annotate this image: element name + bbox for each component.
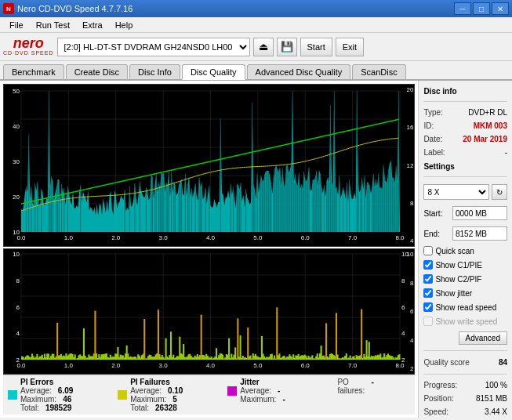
divider-3 — [423, 350, 507, 351]
menu-extra[interactable]: Extra — [76, 19, 109, 31]
maximize-button[interactable]: □ — [473, 2, 490, 15]
pi-errors-stat: PI Errors Average: 6.09 Maximum: 46 Tota… — [8, 378, 102, 412]
exit-button[interactable]: Exit — [336, 38, 364, 56]
progress-value: 100 % — [485, 381, 507, 389]
refresh-button[interactable]: ↻ — [492, 184, 507, 200]
quality-score-row: Quality score 84 — [423, 358, 507, 367]
show-read-speed-label: Show read speed — [435, 303, 496, 312]
drive-select[interactable]: [2:0] HL-DT-ST DVDRAM GH24NSD0 LH00 — [57, 38, 250, 56]
menu-run-test[interactable]: Run Test — [30, 19, 76, 31]
divider-1 — [423, 101, 507, 102]
tab-disc-quality[interactable]: Disc Quality — [182, 64, 245, 80]
jitter-avg: - — [278, 386, 317, 395]
divider-4 — [423, 374, 507, 375]
speed-row: Speed: 3.44 X — [423, 407, 507, 416]
start-label: Start: — [423, 209, 449, 218]
end-label: End: — [423, 230, 449, 238]
show-jitter-checkbox[interactable] — [423, 288, 433, 298]
settings-title: Settings — [423, 162, 507, 171]
type-value: DVD+R DL — [468, 108, 507, 117]
position-label: Position: — [423, 394, 453, 403]
nero-logo: nero CD·DVD SPEED — [3, 36, 54, 56]
pi-failures-color — [118, 390, 127, 400]
top-chart-y-right: 20 16 12 8 4 — [401, 85, 414, 246]
label-label: Label: — [423, 148, 445, 157]
disc-date-row: Date: 20 Mar 2019 — [423, 135, 507, 143]
right-panel: Disc info Type: DVD+R DL ID: MKM 003 Dat… — [419, 81, 512, 418]
app-icon: N — [3, 3, 14, 14]
show-c1pie-checkbox[interactable] — [423, 260, 433, 270]
position-row: Position: 8151 MB — [423, 394, 507, 403]
close-button[interactable]: ✕ — [492, 2, 509, 15]
jitter-color — [227, 386, 237, 396]
menu-file[interactable]: File — [3, 19, 30, 31]
tab-benchmark[interactable]: Benchmark — [3, 64, 64, 79]
toolbar: nero CD·DVD SPEED [2:0] HL-DT-ST DVDRAM … — [0, 33, 512, 61]
tab-create-disc[interactable]: Create Disc — [66, 64, 128, 79]
show-write-speed-row: Show write speed — [423, 317, 507, 326]
tab-disc-info[interactable]: Disc Info — [129, 64, 180, 79]
pi-errors-avg: 6.09 — [58, 386, 97, 395]
main-content: 20 16 12 8 4 10 8 6 4 2 PI Err — [0, 81, 512, 418]
speed-value: 3.44 X — [485, 407, 507, 416]
show-write-speed-checkbox — [423, 317, 433, 326]
tab-scan-disc[interactable]: ScanDisc — [352, 64, 405, 79]
id-value: MKM 003 — [474, 121, 507, 130]
po-failures-stat: PO failures: - — [337, 378, 410, 395]
divider-2 — [423, 176, 507, 177]
date-value: 20 Mar 2019 — [463, 135, 507, 143]
quick-scan-checkbox[interactable] — [423, 246, 433, 255]
po-failures-label: PO failures: — [337, 378, 365, 395]
pi-failures-avg: 0.10 — [168, 386, 207, 395]
pi-failures-title: PI Failures — [130, 378, 212, 386]
quick-scan-label: Quick scan — [435, 247, 474, 255]
end-input[interactable] — [452, 226, 507, 241]
pi-failures-max: 5 — [172, 395, 212, 404]
disc-id-row: ID: MKM 003 — [423, 121, 507, 130]
app-title: Nero CD-DVD Speed 4.7.7.16 — [17, 4, 133, 13]
start-button[interactable]: Start — [300, 38, 332, 56]
show-c2pif-row: Show C2/PIF — [423, 274, 507, 284]
disc-label-row: Label: - — [423, 148, 507, 157]
pi-failures-stat: PI Failures Average: 0.10 Maximum: 5 Tot… — [118, 378, 212, 412]
menu-help[interactable]: Help — [109, 19, 140, 31]
bottom-chart: 10 8 6 4 2 — [3, 248, 415, 375]
date-label: Date: — [423, 135, 442, 143]
pi-errors-max: 46 — [63, 395, 102, 404]
stats-bar: PI Errors Average: 6.09 Maximum: 46 Tota… — [3, 375, 415, 415]
disc-info-title: Disc info — [423, 87, 507, 96]
id-label: ID: — [423, 121, 434, 130]
progress-row: Progress: 100 % — [423, 381, 507, 389]
show-c1pie-row: Show C1/PIE — [423, 260, 507, 270]
save-icon-btn[interactable]: 💾 — [277, 38, 297, 56]
quick-scan-row: Quick scan — [423, 246, 507, 255]
bottom-chart-y-right: 10 8 6 4 2 — [401, 249, 414, 374]
show-c2pif-checkbox[interactable] — [423, 274, 433, 284]
disc-type-row: Type: DVD+R DL — [423, 108, 507, 117]
top-chart: 20 16 12 8 4 — [3, 84, 415, 247]
label-value: - — [505, 148, 507, 157]
title-bar: N Nero CD-DVD Speed 4.7.7.16 ─ □ ✕ — [0, 0, 512, 17]
eject-icon-btn[interactable]: ⏏ — [253, 38, 274, 56]
tab-bar: Benchmark Create Disc Disc Info Disc Qua… — [0, 61, 512, 81]
advanced-button[interactable]: Advanced — [459, 331, 507, 345]
speed-label: Speed: — [423, 407, 448, 416]
pi-errors-color — [8, 390, 17, 400]
chart-area: 20 16 12 8 4 10 8 6 4 2 PI Err — [0, 81, 419, 418]
type-label: Type: — [423, 108, 442, 117]
show-write-speed-label: Show write speed — [435, 317, 497, 326]
show-jitter-label: Show jitter — [435, 289, 472, 298]
jitter-stat: Jitter Average: - Maximum: - — [227, 378, 321, 404]
jitter-title: Jitter — [240, 378, 321, 386]
tab-advanced-disc-quality[interactable]: Advanced Disc Quality — [247, 64, 351, 79]
show-c1pie-label: Show C1/PIE — [435, 261, 481, 270]
quality-score-label: Quality score — [423, 358, 469, 367]
quality-score-value: 84 — [499, 358, 507, 367]
speed-select[interactable]: 8 X 4 X 2 X Max — [423, 184, 489, 200]
po-failures-value: - — [371, 378, 410, 395]
start-input[interactable] — [452, 206, 507, 220]
position-value: 8151 MB — [476, 394, 507, 403]
minimize-button[interactable]: ─ — [454, 2, 471, 15]
window-controls: ─ □ ✕ — [454, 2, 509, 15]
show-read-speed-checkbox[interactable] — [423, 302, 433, 312]
